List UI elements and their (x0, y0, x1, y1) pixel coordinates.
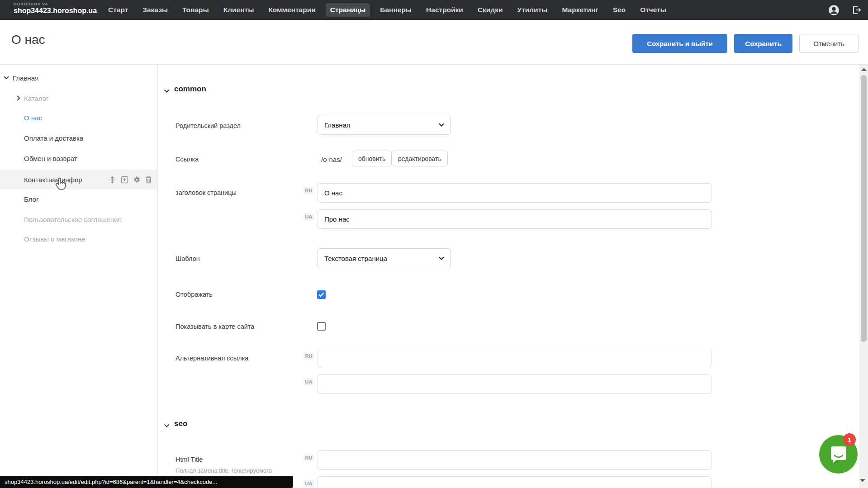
tree-item-label: О нас (24, 114, 42, 122)
html-title-ua-input[interactable] (318, 476, 711, 488)
nav-item[interactable]: Товары (178, 3, 213, 17)
tree-item-label: Оплата и доставка (24, 134, 83, 142)
sidebar-divider (157, 65, 158, 488)
nav-item[interactable]: Старт (104, 3, 133, 17)
html-title-hint: Полная замена title, генерируемого (175, 467, 272, 474)
save-and-exit-button[interactable]: Сохранить и выйти (632, 34, 727, 53)
alt-lang-badge-ua: UA (304, 378, 314, 385)
page: HOROSHOP V4 shop34423.horoshop.ua СтартЗ… (0, 0, 868, 488)
scrollbar-down-arrow[interactable] (860, 479, 865, 482)
nav-item[interactable]: Страницы (326, 3, 370, 17)
parent-section-select[interactable]: Главная (318, 115, 451, 135)
nav-item[interactable]: Комментарии (264, 3, 320, 17)
brand[interactable]: HOROSHOP V4 shop34423.horoshop.ua (14, 2, 97, 14)
link-edit-button[interactable]: редактировать (392, 151, 448, 166)
template-label: Шаблон (175, 255, 200, 262)
header-divider (0, 64, 868, 65)
scrollbar-up-arrow[interactable] (861, 68, 867, 71)
alt-lang-badge-ru: RU (304, 352, 314, 360)
tree-item-Контактная инфор[interactable]: Контактная инфор (0, 170, 157, 190)
tree-item-label: Обмен и возврат (24, 155, 77, 162)
expand-icon[interactable] (4, 76, 9, 80)
section-title-common[interactable]: common (174, 85, 206, 94)
tree-item-label: Отзывы о магазине (24, 235, 85, 243)
page-title: О нас (11, 33, 45, 47)
display-label: Отображать (175, 291, 213, 298)
lang-badge-ua: UA (304, 213, 314, 220)
tree-item-Обмен и возврат[interactable]: Обмен и возврат (0, 148, 157, 168)
sitemap-label: Показывать в карте сайта (175, 323, 254, 330)
common-collapse-icon[interactable] (164, 87, 170, 95)
tree-item-label: Блог (24, 195, 38, 203)
tree-item-Блог[interactable]: Блог (0, 189, 157, 209)
tree-item-Каталог[interactable]: Каталог (0, 88, 157, 108)
nav-item[interactable]: Баннеры (375, 3, 416, 17)
page-heading-ua-input[interactable] (318, 209, 711, 229)
save-button[interactable]: Сохранить (734, 34, 792, 53)
chat-icon (829, 445, 848, 465)
page-heading-ru-input[interactable] (318, 183, 711, 203)
section-title-seo[interactable]: seo (174, 419, 187, 428)
chat-unread-badge: 1 (843, 433, 856, 446)
scrollbar-thumb[interactable] (861, 75, 867, 342)
tree-item-Главная[interactable]: Главная (0, 68, 157, 88)
cancel-button[interactable]: Отменить (799, 34, 859, 53)
link-path: /o-nas/ (321, 156, 342, 163)
link-update-button[interactable]: обновить (352, 151, 392, 166)
mouse-cursor (55, 177, 67, 193)
tree-item-О нас[interactable]: О нас (0, 108, 157, 128)
html-title-label: Html Title (175, 456, 203, 463)
brand-domain: shop34423.horoshop.ua (14, 7, 97, 14)
template-value: Текстовая страница (324, 255, 387, 262)
html-title-lang-ru: RU (304, 454, 314, 461)
main-menu: СтартЗаказыТоварыКлиентыКомментарииСтран… (104, 0, 671, 20)
sitemap-checkbox[interactable] (317, 322, 326, 331)
collapse-icon[interactable] (17, 95, 20, 101)
parent-section-value: Главная (324, 121, 350, 129)
navbar-right (828, 0, 862, 20)
top-navbar: HOROSHOP V4 shop34423.horoshop.ua СтартЗ… (0, 0, 868, 20)
html-title-lang-ua: UA (304, 480, 314, 487)
tree-item-actions (109, 176, 152, 184)
nav-item[interactable]: Заказы (138, 3, 172, 17)
nav-item[interactable]: Утилиты (513, 3, 552, 17)
alt-link-ru-input[interactable] (318, 349, 711, 368)
tree-item-label: Каталог (24, 95, 49, 102)
tree-item-label: Контактная инфор (24, 176, 82, 184)
tree-item-Отзывы о магазине[interactable]: Отзывы о магазине (0, 229, 157, 249)
nav-item[interactable]: Клиенты (219, 3, 259, 17)
delete-icon[interactable] (145, 176, 152, 184)
logout-icon[interactable] (851, 5, 862, 15)
template-select[interactable]: Текстовая страница (318, 248, 451, 268)
nav-item[interactable]: Скидки (473, 3, 508, 17)
add-icon[interactable] (121, 176, 128, 184)
link-preview-statusbar: shop34423.horoshop.ua/edit/edit.php?id=6… (0, 476, 293, 488)
tree-item-Пользовательское соглашение[interactable]: Пользовательское соглашение (0, 209, 157, 229)
parent-section-label: Родительский раздел (175, 122, 241, 129)
alt-link-label: Альтернативная ссылка (175, 355, 248, 362)
settings-icon[interactable] (133, 176, 141, 184)
nav-item[interactable]: Seo (608, 3, 630, 17)
statusbar-url: shop34423.horoshop.ua/edit/edit.php?id=6… (5, 479, 217, 485)
lang-badge-ru: RU (304, 187, 314, 194)
html-title-ru-input[interactable] (318, 450, 711, 470)
nav-item[interactable]: Маркетинг (557, 3, 602, 17)
nav-item[interactable]: Настройки (422, 3, 468, 17)
tree-item-label: Пользовательское соглашение (24, 216, 122, 223)
move-icon[interactable] (109, 176, 116, 184)
alt-link-ua-input[interactable] (318, 374, 711, 394)
tree-item-Оплата и доставка[interactable]: Оплата и доставка (0, 128, 157, 148)
brand-version: HOROSHOP V4 (14, 2, 97, 6)
tree-item-label: Главная (13, 74, 38, 82)
seo-collapse-icon[interactable] (164, 422, 170, 430)
account-icon[interactable] (828, 4, 840, 16)
display-checkbox[interactable] (317, 290, 326, 299)
link-label: Ссылка (175, 156, 199, 163)
nav-item[interactable]: Отчеты (636, 3, 671, 17)
page-heading-label: заголовок страницы (175, 189, 237, 196)
